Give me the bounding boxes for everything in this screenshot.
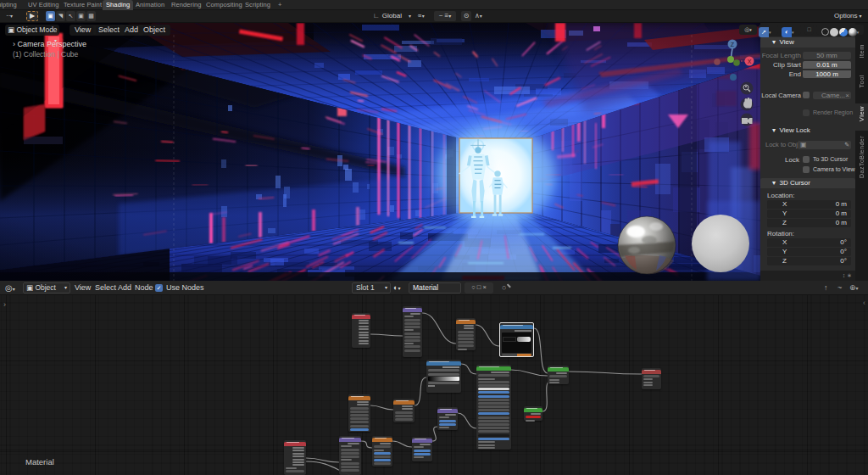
svg-text:X: X — [748, 59, 752, 64]
svg-text:Z: Z — [731, 42, 735, 48]
